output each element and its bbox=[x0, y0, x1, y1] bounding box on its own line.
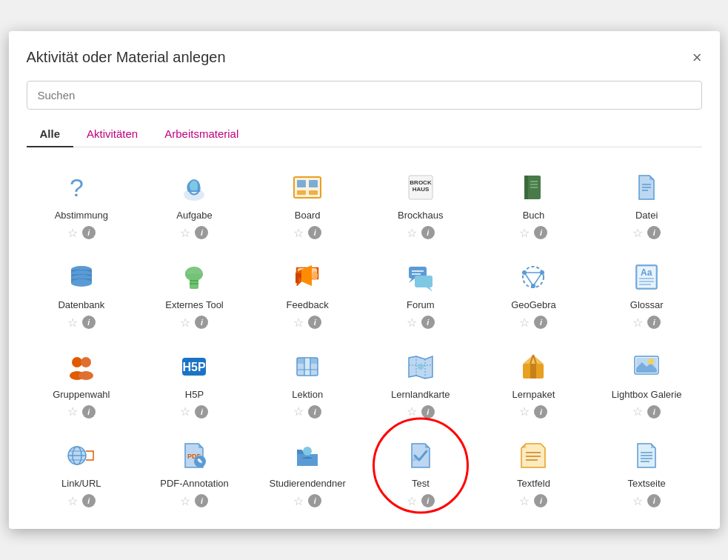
item-feedback[interactable]: Feedback ☆ i bbox=[253, 249, 363, 336]
gruppenwahl-actions: ☆ i bbox=[67, 404, 96, 419]
tab-alle[interactable]: Alle bbox=[27, 121, 74, 147]
aufgabe-actions: ☆ i bbox=[180, 226, 208, 240]
search-bar bbox=[27, 81, 702, 110]
externes-tool-info[interactable]: i bbox=[195, 316, 208, 329]
abstimmung-info[interactable]: i bbox=[82, 226, 96, 239]
datei-star[interactable]: ☆ bbox=[632, 226, 643, 240]
datenbank-label: Datenbank bbox=[58, 299, 104, 311]
datei-actions: ☆ i bbox=[632, 226, 661, 240]
lektion-info[interactable]: i bbox=[308, 405, 321, 419]
gruppenwahl-info[interactable]: i bbox=[82, 405, 96, 419]
lernpaket-info[interactable]: i bbox=[534, 405, 547, 419]
glossar-actions: ☆ i bbox=[632, 316, 661, 330]
item-geogebra[interactable]: GeoGebra ☆ i bbox=[478, 249, 589, 336]
studierender-info[interactable]: i bbox=[308, 494, 321, 507]
geogebra-info[interactable]: i bbox=[534, 316, 547, 329]
item-h5p[interactable]: H5P H5P ☆ i bbox=[139, 339, 250, 425]
textseite-info[interactable]: i bbox=[647, 494, 661, 507]
datenbank-star[interactable]: ☆ bbox=[67, 316, 78, 330]
test-star[interactable]: ☆ bbox=[407, 494, 417, 508]
pdf-star[interactable]: ☆ bbox=[180, 494, 190, 508]
studierender-star[interactable]: ☆ bbox=[293, 494, 304, 508]
textfeld-star[interactable]: ☆ bbox=[519, 494, 530, 508]
item-textfeld[interactable]: Textfeld ☆ i bbox=[478, 427, 589, 514]
aufgabe-info[interactable]: i bbox=[195, 226, 208, 239]
item-pdf[interactable]: PDF ✎ PDF-Annotation ☆ i bbox=[139, 427, 250, 514]
lightbox-star[interactable]: ☆ bbox=[632, 404, 643, 419]
feedback-star[interactable]: ☆ bbox=[293, 316, 304, 330]
link-star[interactable]: ☆ bbox=[67, 494, 78, 508]
item-lightbox[interactable]: Lightbox Galerie ☆ i bbox=[592, 339, 702, 425]
link-info[interactable]: i bbox=[82, 494, 96, 507]
brockhaus-star[interactable]: ☆ bbox=[407, 226, 417, 240]
h5p-star[interactable]: ☆ bbox=[180, 404, 190, 419]
svg-rect-12 bbox=[524, 176, 528, 199]
svg-rect-7 bbox=[309, 190, 318, 195]
pdf-actions: ☆ i bbox=[180, 494, 208, 508]
pdf-icon: PDF ✎ bbox=[176, 438, 212, 473]
datei-icon bbox=[629, 170, 664, 205]
item-textseite[interactable]: Textseite ☆ i bbox=[592, 427, 702, 514]
externes-tool-star[interactable]: ☆ bbox=[180, 316, 190, 330]
item-link[interactable]: Link/URL ☆ i bbox=[27, 427, 137, 514]
brockhaus-info[interactable]: i bbox=[421, 226, 435, 239]
textseite-star[interactable]: ☆ bbox=[632, 494, 643, 508]
item-board[interactable]: Board ☆ i bbox=[253, 159, 363, 246]
forum-info[interactable]: i bbox=[421, 316, 435, 329]
gruppenwahl-star[interactable]: ☆ bbox=[67, 404, 78, 419]
geogebra-icon bbox=[515, 259, 551, 295]
lernlandkarte-star[interactable]: ☆ bbox=[407, 404, 417, 419]
item-lernpaket[interactable]: Lernpaket ☆ i bbox=[478, 339, 589, 425]
item-brockhaus[interactable]: BROCK HAUS Brockhaus ☆ i bbox=[366, 159, 476, 246]
item-forum[interactable]: Forum ☆ i bbox=[366, 249, 476, 336]
item-lernlandkarte[interactable]: Lernlandkarte ☆ i bbox=[366, 339, 476, 425]
svg-point-50 bbox=[72, 357, 82, 367]
glossar-star[interactable]: ☆ bbox=[632, 316, 643, 330]
textfeld-info[interactable]: i bbox=[534, 494, 547, 507]
item-gruppenwahl[interactable]: Gruppenwahl ☆ i bbox=[27, 339, 137, 425]
lightbox-info[interactable]: i bbox=[647, 405, 661, 419]
geogebra-actions: ☆ i bbox=[519, 316, 547, 330]
buch-info[interactable]: i bbox=[534, 226, 547, 239]
lernpaket-star[interactable]: ☆ bbox=[519, 404, 530, 419]
datei-info[interactable]: i bbox=[647, 226, 661, 239]
feedback-info[interactable]: i bbox=[308, 316, 321, 329]
test-info[interactable]: i bbox=[421, 494, 435, 507]
pdf-info[interactable]: i bbox=[195, 494, 208, 507]
tab-arbeitsmaterial[interactable]: Arbeitsmaterial bbox=[151, 121, 252, 147]
item-datenbank[interactable]: Datenbank ☆ i bbox=[27, 249, 137, 336]
abstimmung-star[interactable]: ☆ bbox=[67, 226, 78, 240]
h5p-info[interactable]: i bbox=[195, 405, 208, 419]
item-glossar[interactable]: Aa Glossar ☆ i bbox=[592, 249, 702, 336]
modal-title: Aktivität oder Material anlegen bbox=[27, 49, 226, 66]
lektion-star[interactable]: ☆ bbox=[293, 404, 304, 419]
tab-aktivitaeten[interactable]: Aktivitäten bbox=[73, 121, 151, 147]
geogebra-star[interactable]: ☆ bbox=[519, 316, 530, 330]
board-info[interactable]: i bbox=[308, 226, 321, 239]
aufgabe-star[interactable]: ☆ bbox=[180, 226, 190, 240]
item-datei[interactable]: Datei ☆ i bbox=[592, 159, 702, 246]
lektion-label: Lektion bbox=[292, 389, 323, 401]
datenbank-info[interactable]: i bbox=[82, 316, 96, 329]
item-test[interactable]: Test ☆ i bbox=[366, 427, 476, 514]
item-abstimmung[interactable]: ? Abstimmung ☆ i bbox=[27, 159, 137, 246]
forum-star[interactable]: ☆ bbox=[407, 316, 417, 330]
svg-text:HAUS: HAUS bbox=[412, 186, 429, 193]
close-button[interactable]: × bbox=[692, 50, 702, 66]
item-buch[interactable]: Buch ☆ i bbox=[478, 159, 589, 246]
board-star[interactable]: ☆ bbox=[293, 226, 304, 240]
glossar-info[interactable]: i bbox=[647, 316, 661, 329]
glossar-label: Glossar bbox=[630, 299, 664, 311]
svg-rect-4 bbox=[297, 180, 306, 187]
item-aufgabe[interactable]: Aufgabe ☆ i bbox=[139, 159, 250, 246]
externes-tool-actions: ☆ i bbox=[180, 316, 208, 330]
buch-icon bbox=[515, 170, 551, 205]
buch-star[interactable]: ☆ bbox=[519, 226, 530, 240]
brockhaus-icon: BROCK HAUS bbox=[403, 170, 438, 205]
lernlandkarte-icon bbox=[403, 349, 438, 384]
lernlandkarte-info[interactable]: i bbox=[421, 405, 435, 419]
item-lektion[interactable]: Lektion ☆ i bbox=[253, 339, 363, 425]
search-input[interactable] bbox=[27, 81, 702, 110]
item-studierender[interactable]: Studierendendner ☆ i bbox=[253, 427, 363, 514]
item-externes-tool[interactable]: Externes Tool ☆ i bbox=[139, 249, 250, 336]
